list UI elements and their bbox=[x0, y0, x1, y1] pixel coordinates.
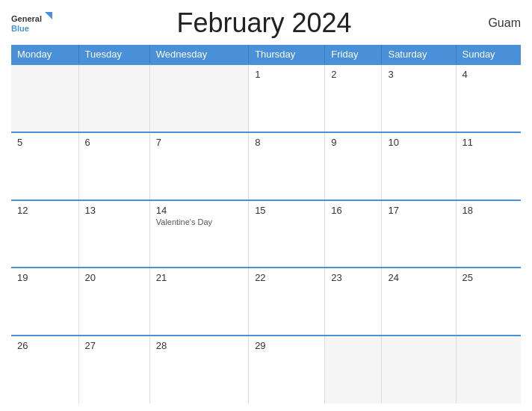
calendar-cell: 5 bbox=[11, 132, 78, 200]
day-number: 16 bbox=[331, 205, 375, 216]
day-number: 22 bbox=[255, 272, 318, 283]
header-tuesday: Tuesday bbox=[78, 45, 149, 64]
calendar-cell: 11 bbox=[456, 132, 521, 200]
day-number: 27 bbox=[85, 340, 143, 351]
day-number: 12 bbox=[17, 205, 72, 216]
calendar-cell: 28 bbox=[149, 336, 248, 404]
day-number: 14 bbox=[156, 205, 242, 216]
header-friday: Friday bbox=[325, 45, 382, 64]
calendar-cell bbox=[382, 336, 456, 404]
day-number: 17 bbox=[388, 205, 449, 216]
day-number: 2 bbox=[331, 69, 375, 80]
calendar-cell: 21 bbox=[149, 268, 248, 336]
calendar-container: General Blue February 2024 Guam Monday T… bbox=[0, 0, 532, 411]
event-label: Valentine's Day bbox=[156, 217, 242, 226]
calendar-cell: 13 bbox=[78, 200, 149, 268]
calendar-cell: 14Valentine's Day bbox=[149, 200, 248, 268]
day-number: 29 bbox=[255, 340, 318, 351]
calendar-region: Guam bbox=[476, 16, 521, 30]
calendar-header: General Blue February 2024 Guam bbox=[11, 7, 521, 39]
calendar-cell: 29 bbox=[249, 336, 325, 404]
day-number: 5 bbox=[17, 137, 72, 148]
calendar-cell bbox=[325, 336, 382, 404]
calendar-week-row: 26272829 bbox=[11, 336, 521, 404]
day-number: 21 bbox=[156, 272, 242, 283]
calendar-cell: 24 bbox=[382, 268, 456, 336]
day-number: 24 bbox=[388, 272, 449, 283]
calendar-cell: 7 bbox=[149, 132, 248, 200]
calendar-cell: 20 bbox=[78, 268, 149, 336]
calendar-cell bbox=[78, 64, 149, 132]
calendar-cell bbox=[11, 64, 78, 132]
logo-svg: General Blue bbox=[11, 12, 52, 34]
calendar-cell: 10 bbox=[382, 132, 456, 200]
calendar-cell: 6 bbox=[78, 132, 149, 200]
calendar-week-row: 1234 bbox=[11, 64, 521, 132]
calendar-week-row: 19202122232425 bbox=[11, 268, 521, 336]
day-number: 28 bbox=[156, 340, 242, 351]
calendar-cell: 23 bbox=[325, 268, 382, 336]
day-number: 18 bbox=[463, 205, 515, 216]
calendar-cell bbox=[456, 336, 521, 404]
svg-marker-2 bbox=[45, 12, 52, 19]
calendar-cell: 26 bbox=[11, 336, 78, 404]
day-number: 19 bbox=[17, 272, 72, 283]
day-number: 13 bbox=[85, 205, 143, 216]
day-number: 25 bbox=[463, 272, 515, 283]
day-number: 4 bbox=[463, 69, 515, 80]
svg-text:Blue: Blue bbox=[11, 24, 29, 33]
calendar-cell: 2 bbox=[325, 64, 382, 132]
day-number: 15 bbox=[255, 205, 318, 216]
weekday-header-row: Monday Tuesday Wednesday Thursday Friday… bbox=[11, 45, 521, 64]
day-number: 6 bbox=[85, 137, 143, 148]
logo: General Blue bbox=[11, 12, 52, 34]
calendar-cell: 1 bbox=[249, 64, 325, 132]
calendar-cell: 16 bbox=[325, 200, 382, 268]
header-sunday: Sunday bbox=[456, 45, 521, 64]
calendar-title: February 2024 bbox=[52, 7, 476, 39]
svg-text:General: General bbox=[11, 14, 42, 23]
day-number: 26 bbox=[17, 340, 72, 351]
calendar-cell: 22 bbox=[249, 268, 325, 336]
header-saturday: Saturday bbox=[382, 45, 456, 64]
day-number: 10 bbox=[388, 137, 449, 148]
header-thursday: Thursday bbox=[249, 45, 325, 64]
calendar-cell: 27 bbox=[78, 336, 149, 404]
day-number: 3 bbox=[388, 69, 449, 80]
day-number: 8 bbox=[255, 137, 318, 148]
day-number: 1 bbox=[255, 69, 318, 80]
calendar-cell: 17 bbox=[382, 200, 456, 268]
day-number: 9 bbox=[331, 137, 375, 148]
calendar-body: 1234567891011121314Valentine's Day151617… bbox=[11, 64, 521, 404]
calendar-week-row: 121314Valentine's Day15161718 bbox=[11, 200, 521, 268]
day-number: 20 bbox=[85, 272, 143, 283]
calendar-cell: 19 bbox=[11, 268, 78, 336]
day-number: 7 bbox=[156, 137, 242, 148]
calendar-cell: 18 bbox=[456, 200, 521, 268]
calendar-cell: 9 bbox=[325, 132, 382, 200]
calendar-cell: 25 bbox=[456, 268, 521, 336]
calendar-table: Monday Tuesday Wednesday Thursday Friday… bbox=[11, 45, 521, 404]
calendar-week-row: 567891011 bbox=[11, 132, 521, 200]
calendar-cell: 4 bbox=[456, 64, 521, 132]
day-number: 11 bbox=[463, 137, 515, 148]
calendar-cell bbox=[149, 64, 248, 132]
header-monday: Monday bbox=[11, 45, 78, 64]
calendar-cell: 15 bbox=[249, 200, 325, 268]
day-number: 23 bbox=[331, 272, 375, 283]
calendar-cell: 12 bbox=[11, 200, 78, 268]
calendar-cell: 8 bbox=[249, 132, 325, 200]
calendar-cell: 3 bbox=[382, 64, 456, 132]
header-wednesday: Wednesday bbox=[149, 45, 248, 64]
